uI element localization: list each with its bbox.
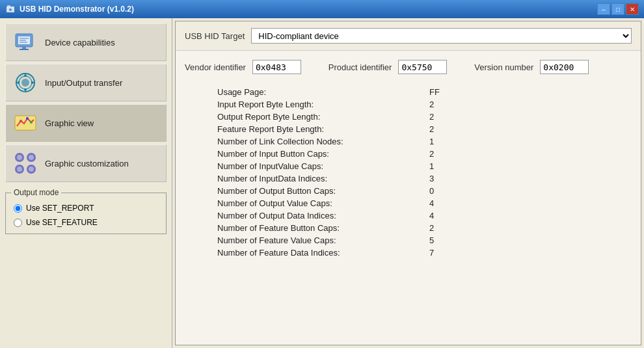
info-section: Usage Page: FF Input Report Byte Length:…	[176, 79, 641, 345]
table-row: Output Report Byte Length: 2	[215, 111, 602, 123]
set-feature-radio[interactable]	[14, 219, 22, 227]
info-label: Output Report Byte Length:	[215, 111, 423, 123]
window-controls: – □ ✕	[597, 3, 639, 15]
info-value: 4	[423, 197, 602, 209]
info-label: Feature Report Byte Length:	[215, 123, 423, 135]
maximize-button[interactable]: □	[611, 3, 624, 15]
info-label: Number of Feature Button Caps:	[215, 222, 423, 234]
table-row: Number of Input Button Caps: 2	[215, 148, 602, 160]
sidebar-item-graphic-view[interactable]: Graphic view	[5, 104, 167, 142]
info-label: Number of InputValue Caps:	[215, 160, 423, 172]
table-row: Number of InputData Indices: 3	[215, 172, 602, 185]
content-area: USB HID Target HID-compliant device Vend…	[175, 21, 641, 345]
info-value: 2	[423, 98, 602, 111]
info-label: Number of Feature Data Indices:	[215, 247, 423, 259]
vendor-input[interactable]	[252, 60, 301, 74]
svg-rect-6	[20, 49, 29, 50]
info-value: 1	[423, 160, 602, 172]
target-label: USB HID Target	[185, 31, 245, 41]
svg-point-15	[26, 117, 29, 120]
svg-point-24	[29, 167, 34, 172]
info-value: FF	[423, 86, 602, 98]
version-label: Version number	[474, 62, 533, 72]
info-table: Usage Page: FF Input Report Byte Length:…	[215, 86, 602, 259]
svg-point-21	[17, 155, 22, 160]
main-window: Device capabilities Input/Output transfe…	[0, 18, 644, 348]
info-value: 4	[423, 209, 602, 222]
sidebar-item-graphic-customization[interactable]: Graphic customization	[5, 144, 167, 182]
set-feature-label[interactable]: Use SET_FEATURE	[26, 218, 98, 227]
graphic-view-label: Graphic view	[45, 118, 94, 128]
info-value: 0	[423, 185, 602, 197]
info-label: Number of Link Collection Nodes:	[215, 135, 423, 148]
table-row: Number of Output Button Caps: 0	[215, 185, 602, 197]
svg-point-16	[30, 121, 33, 124]
svg-rect-13	[15, 116, 36, 130]
product-label: Product identifier	[329, 62, 392, 72]
top-bar: USB HID Target HID-compliant device	[176, 21, 641, 51]
app-icon	[5, 4, 16, 14]
info-label: Number of Output Data Indices:	[215, 209, 423, 222]
minimize-button[interactable]: –	[597, 3, 610, 15]
table-row: Number of Feature Data Indices: 7	[215, 247, 602, 259]
table-row: Input Report Byte Length: 2	[215, 98, 602, 111]
product-input[interactable]	[398, 60, 447, 74]
close-button[interactable]: ✕	[626, 3, 639, 15]
info-label: Number of Output Button Caps:	[215, 185, 423, 197]
set-report-row: Use SET_REPORT	[14, 204, 158, 213]
table-row: Feature Report Byte Length: 2	[215, 123, 602, 135]
io-transfer-label: Input/Output transfer	[45, 78, 122, 88]
graphic-view-icon	[12, 110, 38, 136]
info-value: 2	[423, 148, 602, 160]
hid-target-select[interactable]: HID-compliant device	[251, 28, 632, 44]
title-bar: USB HID Demonstrator (v1.0.2) – □ ✕	[0, 0, 644, 18]
io-transfer-icon	[12, 70, 38, 96]
info-label: Number of InputData Indices:	[215, 172, 423, 185]
table-row: Number of Feature Value Caps: 5	[215, 234, 602, 247]
info-value: 2	[423, 123, 602, 135]
info-value: 3	[423, 172, 602, 185]
set-report-radio[interactable]	[14, 204, 22, 213]
device-capabilities-label: Device capabilities	[45, 38, 115, 47]
sidebar-item-device-capabilities[interactable]: Device capabilities	[5, 23, 167, 61]
info-label: Input Report Byte Length:	[215, 98, 423, 111]
info-value: 7	[423, 247, 602, 259]
device-capabilities-icon	[12, 29, 38, 55]
table-row: Usage Page: FF	[215, 86, 602, 98]
svg-point-22	[29, 155, 34, 160]
info-label: Usage Page:	[215, 86, 423, 98]
hid-target-wrapper: HID-compliant device	[251, 28, 632, 44]
info-label: Number of Input Button Caps:	[215, 148, 423, 160]
window-title: USB HID Demonstrator (v1.0.2)	[20, 5, 134, 14]
output-mode-legend: Output mode	[11, 188, 61, 197]
info-label: Number of Output Value Caps:	[215, 197, 423, 209]
svg-point-2	[9, 8, 12, 11]
set-report-label[interactable]: Use SET_REPORT	[26, 204, 94, 213]
sidebar: Device capabilities Input/Output transfe…	[0, 18, 172, 348]
version-input[interactable]	[540, 60, 589, 74]
info-label: Number of Feature Value Caps:	[215, 234, 423, 247]
graphic-customization-icon	[12, 150, 38, 176]
svg-point-12	[21, 79, 29, 87]
info-value: 2	[423, 222, 602, 234]
table-row: Number of InputValue Caps: 1	[215, 160, 602, 172]
graphic-customization-label: Graphic customization	[45, 159, 129, 168]
info-value: 1	[423, 135, 602, 148]
identifier-row: Vendor identifier Product identifier Ver…	[176, 51, 641, 79]
svg-point-23	[17, 167, 22, 172]
output-mode-group: Output mode Use SET_REPORT Use SET_FEATU…	[5, 193, 167, 234]
table-row: Number of Output Data Indices: 4	[215, 209, 602, 222]
vendor-label: Vendor identifier	[185, 62, 246, 72]
table-row: Number of Link Collection Nodes: 1	[215, 135, 602, 148]
svg-point-14	[20, 120, 22, 122]
info-value: 5	[423, 234, 602, 247]
sidebar-item-io-transfer[interactable]: Input/Output transfer	[5, 64, 167, 101]
svg-rect-1	[7, 5, 10, 7]
table-row: Number of Output Value Caps: 4	[215, 197, 602, 209]
set-feature-row: Use SET_FEATURE	[14, 218, 158, 227]
table-row: Number of Feature Button Caps: 2	[215, 222, 602, 234]
info-value: 2	[423, 111, 602, 123]
